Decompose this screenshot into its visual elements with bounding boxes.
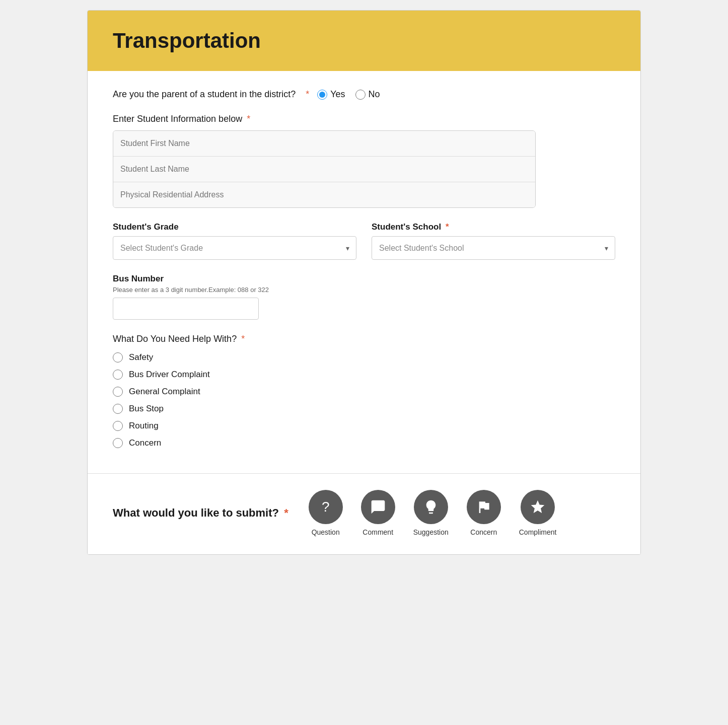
bus-number-group: Bus Number Please enter as a 3 digit num… [113,274,615,320]
help-option-bus-driver[interactable]: Bus Driver Complaint [113,370,615,380]
bus-stop-radio[interactable] [113,404,123,414]
school-select[interactable]: Select Student's School [372,236,615,260]
student-first-name[interactable] [113,131,535,157]
bus-number-hint: Please enter as a 3 digit number.Example… [113,286,615,294]
general-complaint-radio[interactable] [113,387,123,397]
grade-label: Student's Grade [113,222,356,232]
compliment-item[interactable]: Compliment [519,490,557,536]
bus-driver-label: Bus Driver Complaint [129,370,210,380]
grade-select[interactable]: Select Student's Grade K 1 2 3 4 5 6 7 8… [113,236,356,260]
routing-label: Routing [129,421,159,431]
comment-icon[interactable] [361,490,395,524]
bus-stop-label: Bus Stop [129,404,164,414]
student-address[interactable] [113,182,535,207]
question-icon[interactable]: ? [309,490,343,524]
school-required: * [446,222,449,232]
help-section: What Do You Need Help With? * Safety Bus… [113,334,615,448]
yes-radio-label[interactable]: Yes [317,89,345,100]
routing-radio[interactable] [113,421,123,431]
school-group: Student's School * Select Student's Scho… [372,222,615,260]
grade-select-wrapper: Select Student's Grade K 1 2 3 4 5 6 7 8… [113,236,356,260]
safety-radio[interactable] [113,352,123,362]
header: Transportation [88,11,640,71]
question-item[interactable]: ? Question [309,490,343,536]
no-label: No [369,89,380,100]
concern-radio[interactable] [113,438,123,448]
submit-icons: ? Question Comment [309,490,557,536]
bus-driver-radio[interactable] [113,370,123,380]
help-section-label: What Do You Need Help With? * [113,334,615,344]
concern-label: Concern [470,528,497,536]
question-label: Question [312,528,340,536]
submit-row: What would you like to submit? * ? Quest… [113,490,615,536]
help-option-general[interactable]: General Complaint [113,387,615,397]
parent-question-row: Are you the parent of a student in the d… [113,89,615,100]
grade-school-row: Student's Grade Select Student's Grade K… [113,222,615,260]
concern-label: Concern [129,438,161,448]
bus-number-label: Bus Number [113,274,615,284]
suggestion-label: Suggestion [413,528,449,536]
no-radio-label[interactable]: No [355,89,380,100]
bus-number-input[interactable] [113,298,259,320]
suggestion-item[interactable]: Suggestion [413,490,449,536]
school-label: Student's School * [372,222,615,232]
school-select-wrapper: Select Student's School ▾ [372,236,615,260]
submit-required: * [284,506,288,519]
compliment-icon[interactable] [521,490,555,524]
form-body: Are you the parent of a student in the d… [88,71,640,473]
yes-radio[interactable] [317,90,327,100]
parent-question-label: Are you the parent of a student in the d… [113,89,296,100]
page-container: Transportation Are you the parent of a s… [87,10,641,555]
help-option-bus-stop[interactable]: Bus Stop [113,404,615,414]
yes-label: Yes [330,89,345,100]
student-info-label: Enter Student Information below * [113,114,615,124]
student-info-box [113,130,536,208]
submit-section: What would you like to submit? * ? Quest… [88,474,640,554]
grade-group: Student's Grade Select Student's Grade K… [113,222,356,260]
compliment-label: Compliment [519,528,557,536]
page-title: Transportation [113,29,615,53]
help-option-routing[interactable]: Routing [113,421,615,431]
safety-label: Safety [129,352,153,362]
concern-icon[interactable] [467,490,501,524]
comment-item[interactable]: Comment [361,490,395,536]
general-complaint-label: General Complaint [129,387,200,397]
suggestion-icon[interactable] [414,490,448,524]
help-option-safety[interactable]: Safety [113,352,615,362]
parent-radio-group: Yes No [317,89,380,100]
student-last-name[interactable] [113,157,535,182]
help-option-concern[interactable]: Concern [113,438,615,448]
help-required: * [241,334,245,344]
no-radio[interactable] [355,90,366,100]
parent-question-required: * [306,89,309,100]
submit-label: What would you like to submit? * [113,506,288,520]
concern-item[interactable]: Concern [467,490,501,536]
student-info-required: * [247,114,250,124]
comment-label: Comment [362,528,393,536]
